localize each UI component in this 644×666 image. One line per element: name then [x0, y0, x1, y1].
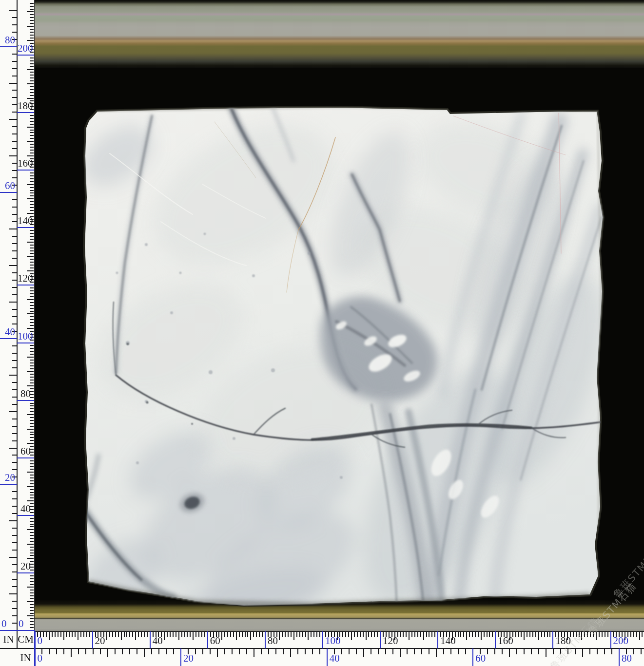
ruler-tick	[27, 256, 34, 257]
ruler-tick	[30, 426, 34, 427]
ruler-tick	[27, 26, 34, 27]
ruler-tick	[12, 170, 17, 171]
ruler-tick	[524, 649, 525, 654]
ruler-tick	[9, 557, 17, 558]
ruler-tick	[12, 243, 17, 244]
ruler-tick	[12, 323, 17, 324]
ruler-tick	[129, 632, 130, 637]
horizontal-cm-ruler-label: 80	[268, 635, 297, 647]
ruler-tick	[30, 3, 34, 4]
ruler-major-line	[17, 400, 34, 401]
ruler-tick	[371, 649, 371, 654]
ruler-tick	[30, 460, 34, 461]
ruler-tick	[30, 480, 34, 481]
ruler-tick	[195, 632, 196, 637]
ruler-tick	[30, 63, 34, 64]
ruler-tick	[30, 302, 34, 303]
ruler-tick	[12, 571, 17, 572]
ruler-major-line	[17, 630, 34, 631]
ruler-tick	[30, 118, 34, 119]
ruler-tick	[30, 115, 34, 116]
horizontal-cm-ruler-label: 0	[38, 635, 67, 647]
ruler-tick	[254, 649, 254, 657]
ruler-tick	[12, 112, 17, 113]
ruler-tick	[531, 649, 532, 654]
ruler-tick	[147, 632, 148, 637]
ruler-tick	[30, 440, 34, 441]
ruler-tick	[261, 649, 262, 654]
horizontal-cm-ruler-label: 180	[555, 635, 585, 647]
ruler-tick	[12, 133, 17, 134]
ruler-tick	[541, 632, 542, 637]
ruler-tick	[30, 351, 34, 352]
ruler-tick	[27, 371, 34, 372]
vertical-inch-ruler-label: 60	[0, 180, 15, 191]
ruler-tick	[9, 411, 17, 412]
ruler-major-line	[437, 631, 438, 648]
ruler-tick	[12, 61, 17, 62]
ruler-tick	[30, 57, 34, 58]
ruler-tick	[247, 632, 248, 637]
ruler-tick	[12, 433, 17, 434]
ruler-tick	[30, 75, 34, 76]
ruler-tick	[12, 462, 17, 463]
ruler-tick	[30, 172, 34, 173]
ruler-tick	[30, 17, 34, 18]
ruler-tick	[30, 253, 34, 254]
ruler-tick	[224, 649, 225, 654]
ruler-tick	[30, 233, 34, 234]
ruler-tick	[30, 610, 34, 611]
ruler-tick	[30, 552, 34, 553]
ruler-tick	[201, 632, 202, 637]
ruler-tick	[605, 632, 605, 637]
ruler-tick	[611, 649, 612, 654]
ruler-tick	[30, 201, 34, 202]
ruler-tick	[436, 649, 437, 657]
ruler-tick	[30, 423, 34, 424]
ruler-major-line	[610, 631, 611, 648]
ruler-tick	[363, 632, 364, 637]
ruler-tick	[450, 649, 451, 654]
ruler-tick	[12, 76, 17, 76]
ruler-tick	[9, 375, 17, 376]
ruler-tick	[30, 95, 34, 96]
ruler-tick	[253, 632, 254, 637]
vertical-inch-ruler-label: 40	[0, 326, 15, 338]
ruler-tick	[30, 360, 34, 361]
ruler-tick	[9, 83, 17, 84]
ruler-tick	[27, 587, 34, 588]
ruler-tick	[368, 632, 369, 637]
ruler-tick	[30, 247, 34, 248]
ruler-tick	[268, 649, 269, 654]
ruler-tick	[30, 293, 34, 294]
ruler-tick	[12, 294, 17, 295]
ruler-tick	[30, 368, 34, 369]
ruler-tick	[12, 419, 17, 419]
horizontal-inch-ruler-label: 40	[330, 652, 359, 664]
ruler-tick	[516, 649, 517, 654]
ruler-tick	[12, 214, 17, 215]
ruler-tick	[193, 632, 194, 640]
ruler-tick	[30, 138, 34, 139]
ruler-tick	[30, 290, 34, 291]
ruler-tick	[30, 192, 34, 193]
ruler-tick	[275, 649, 276, 654]
ruler-tick	[100, 649, 101, 654]
ruler-tick	[138, 632, 139, 637]
ruler-tick	[535, 632, 536, 637]
ruler-tick	[239, 649, 240, 654]
ruler-tick	[30, 38, 34, 38]
ruler-tick	[30, 434, 34, 435]
ruler-tick	[305, 632, 306, 637]
vertical-cm-ruler-label: 40	[18, 503, 31, 514]
ruler-major-line	[17, 457, 34, 458]
ruler-tick	[429, 649, 429, 654]
ruler-tick	[12, 236, 17, 237]
ruler-major-line	[17, 285, 34, 285]
ruler-tick	[12, 32, 17, 33]
ruler-tick	[9, 593, 17, 594]
ruler-tick	[12, 90, 17, 91]
ruler-tick	[30, 308, 34, 309]
ruler-tick	[305, 649, 306, 654]
ruler-tick	[30, 483, 34, 484]
